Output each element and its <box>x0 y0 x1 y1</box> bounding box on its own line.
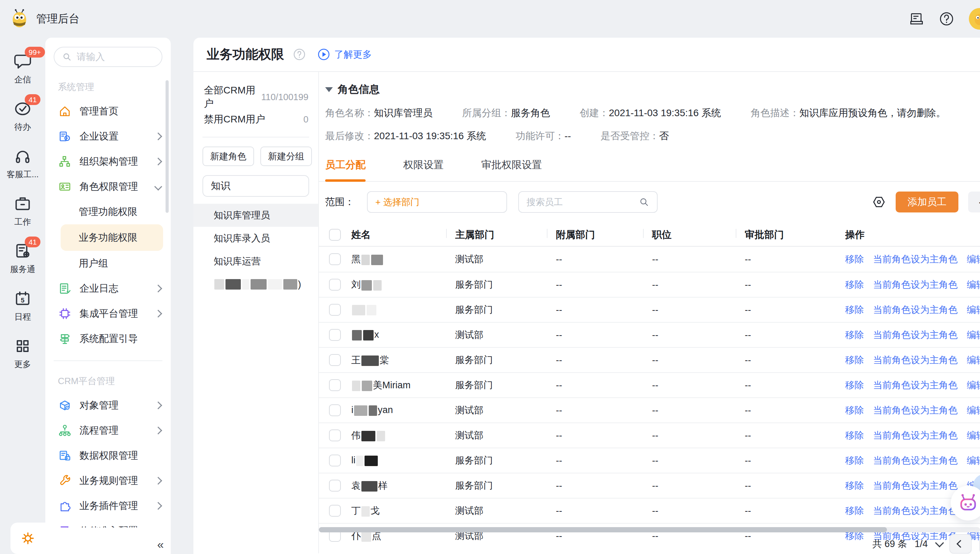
remove-link[interactable]: 移除 <box>845 279 864 290</box>
affiliated-department: -- <box>556 279 562 290</box>
rail-item-check[interactable]: 41 待办 <box>13 99 32 133</box>
sidebar-subitem[interactable]: 业务功能权限 <box>60 224 163 251</box>
sidebar-item-flag[interactable]: 伙伴准入配置 <box>45 519 171 527</box>
row-checkbox[interactable] <box>329 429 341 441</box>
sidebar-subitem[interactable]: 用户组 <box>45 251 171 276</box>
settings-gear-icon[interactable] <box>20 530 36 546</box>
role-filter-input[interactable]: 知识 <box>202 175 309 197</box>
remove-link[interactable]: 移除 <box>845 330 864 340</box>
tab-active[interactable]: 员工分配 <box>325 158 366 181</box>
rail-item-chat[interactable]: 99+ 企信 <box>13 52 32 85</box>
set-primary-role-link[interactable]: 当前角色设为主角色 <box>873 506 958 516</box>
rail-item-headset[interactable]: 客服工... <box>6 147 39 180</box>
sidebar-item-datalock[interactable]: 数据权限管理 <box>45 443 171 468</box>
role-list-item[interactable]: 知识库运营 <box>193 250 318 273</box>
remove-link[interactable]: 移除 <box>845 455 864 466</box>
role-list-item-censored[interactable]: ) <box>193 273 318 296</box>
column-settings-icon[interactable] <box>872 195 886 209</box>
select-all-checkbox[interactable] <box>329 229 341 241</box>
set-primary-role-link[interactable]: 当前角色设为主角色 <box>873 355 958 365</box>
sidebar-subitem[interactable]: 管理功能权限 <box>45 199 171 224</box>
learn-more-link[interactable]: 了解更多 <box>318 48 372 61</box>
row-checkbox[interactable] <box>329 304 341 316</box>
row-checkbox[interactable] <box>329 379 341 391</box>
set-primary-role-link[interactable]: 当前角色设为主角色 <box>873 305 958 315</box>
edit-approval-link[interactable]: 编辑审批 <box>967 355 980 365</box>
role-list-item[interactable]: 知识库管理员 <box>193 204 318 227</box>
rail-item-service[interactable]: 41 服务通 <box>10 241 35 275</box>
sidebar-item-log[interactable]: 企业日志 <box>45 276 171 301</box>
new-role-button[interactable]: 新建角色 <box>202 147 254 166</box>
remove-link[interactable]: 移除 <box>845 405 864 415</box>
remove-link[interactable]: 移除 <box>845 430 864 441</box>
user-avatar[interactable] <box>969 8 980 30</box>
edit-approval-link[interactable]: 编辑审批 <box>967 405 980 415</box>
sidebar-item-role[interactable]: 角色权限管理 <box>45 174 171 199</box>
row-checkbox[interactable] <box>329 505 341 517</box>
sidebar-item-flow[interactable]: 流程管理 <box>45 418 171 443</box>
sidebar-scrollbar[interactable] <box>165 80 169 213</box>
rail-item-calendar[interactable]: 5 日程 <box>13 289 32 323</box>
rail-item-briefcase[interactable]: 工作 <box>13 194 32 227</box>
role-list-item[interactable]: 知识库录入员 <box>193 227 318 250</box>
page-indicator[interactable]: 1/4 <box>915 539 928 549</box>
sidebar-search-input[interactable]: 请输入 <box>54 47 162 67</box>
sidebar-item-chip[interactable]: 集成平台管理 <box>45 301 171 326</box>
edit-approval-link[interactable]: 编辑审批 <box>967 254 980 265</box>
remove-link[interactable]: 移除 <box>845 380 864 390</box>
row-checkbox[interactable] <box>329 279 341 291</box>
set-primary-role-link[interactable]: 当前角色设为主角色 <box>873 279 958 290</box>
row-checkbox[interactable] <box>329 329 341 341</box>
rail-item-grid[interactable]: 更多 <box>13 336 32 370</box>
set-primary-role-link[interactable]: 当前角色设为主角色 <box>873 380 958 390</box>
remove-link[interactable]: 移除 <box>845 506 864 516</box>
sidebar-item-signpost[interactable]: 系统配置引导 <box>45 326 171 351</box>
row-checkbox[interactable] <box>329 354 341 366</box>
remove-link[interactable]: 移除 <box>845 254 864 265</box>
edit-approval-link[interactable]: 编辑审批 <box>967 430 980 441</box>
sidebar-item-puzzle[interactable]: 业务插件管理 <box>45 493 171 519</box>
set-primary-role-link[interactable]: 当前角色设为主角色 <box>873 405 958 415</box>
set-primary-role-link[interactable]: 当前角色设为主角色 <box>873 254 958 265</box>
edit-approval-link[interactable]: 编辑审批 <box>967 455 980 466</box>
help-icon[interactable] <box>939 11 954 27</box>
chevron-down-icon[interactable] <box>935 538 944 547</box>
horizontal-scrollbar-thumb[interactable] <box>319 527 887 532</box>
horizontal-scrollbar[interactable] <box>319 527 980 532</box>
sidebar-item-org[interactable]: 组织架构管理 <box>45 149 171 174</box>
edit-approval-link[interactable]: 编辑审批 <box>967 279 980 290</box>
employee-search-input[interactable]: 搜索员工 <box>518 191 658 213</box>
tab-item[interactable]: 权限设置 <box>403 158 444 181</box>
remove-link[interactable]: 移除 <box>845 305 864 315</box>
page-help-icon[interactable] <box>293 48 305 61</box>
prev-page-button[interactable] <box>949 534 972 554</box>
edit-approval-link[interactable]: 编辑审批 <box>967 380 980 390</box>
set-primary-role-link[interactable]: 当前角色设为主角色 <box>873 330 958 340</box>
sidebar-item-cube[interactable]: 对象管理 <box>45 393 171 418</box>
row-checkbox[interactable] <box>329 455 341 466</box>
tab-item[interactable]: 审批权限设置 <box>481 158 542 181</box>
info-field: 是否受管控：否 <box>600 129 669 143</box>
stat-all-crm-users[interactable]: 全部CRM用户 110/100199 <box>193 86 318 108</box>
sidebar-item-biz[interactable]: 企业设置 <box>45 124 171 149</box>
row-checkbox[interactable] <box>329 404 341 416</box>
remove-link[interactable]: 移除 <box>845 481 864 491</box>
new-group-button[interactable]: 新建分组 <box>260 147 312 166</box>
edit-approval-link[interactable]: 编辑审批 <box>967 305 980 315</box>
collapse-triangle-icon[interactable] <box>325 87 333 92</box>
sidebar-collapse-button[interactable]: « <box>157 538 164 551</box>
sidebar-item-home[interactable]: 管理首页 <box>45 99 171 124</box>
row-checkbox[interactable] <box>329 253 341 265</box>
row-checkbox[interactable] <box>329 480 341 492</box>
add-employee-button[interactable]: 添加员工 <box>896 192 958 212</box>
select-department-input[interactable]: + 选择部门 <box>367 191 507 213</box>
sidebar-item-wrench[interactable]: 业务规则管理 <box>45 468 171 493</box>
console-inbox-icon[interactable] <box>909 11 924 27</box>
set-primary-role-link[interactable]: 当前角色设为主角色 <box>873 481 958 491</box>
remove-link[interactable]: 移除 <box>845 355 864 365</box>
edit-approval-link[interactable]: 编辑审批 <box>967 330 980 340</box>
more-actions-button[interactable]: ··· <box>968 192 980 212</box>
set-primary-role-link[interactable]: 当前角色设为主角色 <box>873 430 958 441</box>
stat-disabled-crm-users[interactable]: 禁用CRM用户 0 <box>193 108 318 131</box>
set-primary-role-link[interactable]: 当前角色设为主角色 <box>873 455 958 466</box>
